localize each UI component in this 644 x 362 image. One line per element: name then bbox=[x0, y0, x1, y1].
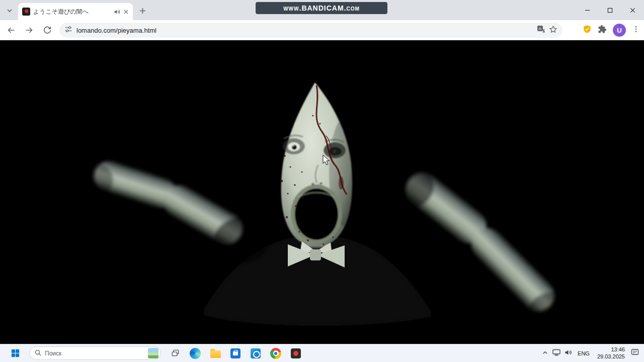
network-icon[interactable] bbox=[552, 349, 560, 358]
mouse-cursor bbox=[323, 155, 331, 166]
outlook-icon[interactable] bbox=[246, 345, 266, 361]
profile-avatar[interactable]: U bbox=[613, 24, 626, 37]
extensions-puzzle-icon[interactable] bbox=[598, 25, 607, 36]
reload-icon[interactable] bbox=[40, 23, 54, 37]
task-view-icon[interactable] bbox=[165, 345, 185, 361]
edge-icon[interactable] bbox=[185, 345, 205, 361]
clock-time: 13:46 bbox=[611, 346, 625, 353]
file-explorer-icon[interactable] bbox=[205, 345, 225, 361]
site-info-icon[interactable] bbox=[64, 25, 72, 35]
browser-tab[interactable]: ようこそ遊びの闇へ bbox=[18, 3, 133, 20]
window-minimize-icon[interactable] bbox=[576, 0, 599, 20]
tab-audio-speaker-icon[interactable] bbox=[114, 9, 120, 15]
tab-title: ようこそ遊びの闇へ bbox=[33, 8, 111, 16]
browser-toolbar: lomando.com/pieyama.html A U bbox=[0, 20, 644, 40]
new-tab-button[interactable] bbox=[137, 5, 148, 16]
search-icon bbox=[35, 349, 41, 358]
tab-favicon-icon bbox=[22, 8, 30, 16]
figure-left-arm bbox=[73, 157, 269, 263]
address-bar[interactable]: lomando.com/pieyama.html A bbox=[59, 23, 562, 38]
search-highlight-image[interactable] bbox=[148, 348, 158, 358]
bookmark-star-icon[interactable] bbox=[549, 25, 557, 36]
tab-search-chevron-icon[interactable] bbox=[4, 5, 15, 16]
page-content[interactable] bbox=[0, 40, 644, 344]
start-button-icon[interactable] bbox=[5, 345, 25, 361]
notification-center-icon[interactable] bbox=[631, 348, 639, 358]
search-input[interactable] bbox=[45, 350, 144, 357]
svg-text:A: A bbox=[538, 26, 541, 31]
ms-store-icon[interactable] bbox=[225, 345, 246, 361]
window-close-icon[interactable] bbox=[621, 0, 644, 20]
adblock-shield-icon[interactable] bbox=[583, 25, 592, 36]
window-maximize-icon[interactable] bbox=[599, 0, 621, 20]
system-tray: ENG 13:46 29.03.2025 bbox=[542, 346, 641, 360]
tray-chevron-up-icon[interactable] bbox=[542, 349, 548, 358]
bandicam-icon[interactable] bbox=[286, 345, 306, 361]
toolbar-right-icons: U bbox=[583, 24, 640, 37]
clock[interactable]: 13:46 29.03.2025 bbox=[595, 346, 627, 360]
url-text[interactable]: lomando.com/pieyama.html bbox=[76, 27, 533, 34]
horror-figure-artwork bbox=[0, 40, 644, 344]
clock-date: 29.03.2025 bbox=[597, 353, 625, 360]
forward-icon[interactable] bbox=[22, 23, 36, 37]
bandicam-watermark-text: www.BANDICAM.com bbox=[283, 4, 360, 12]
back-icon[interactable] bbox=[4, 23, 18, 37]
volume-icon[interactable] bbox=[565, 349, 572, 358]
windows-taskbar: ENG 13:46 29.03.2025 bbox=[0, 344, 644, 362]
chrome-icon[interactable] bbox=[266, 345, 286, 361]
language-indicator[interactable]: ENG bbox=[576, 350, 591, 356]
bandicam-watermark: www.BANDICAM.com bbox=[256, 2, 387, 14]
window-controls bbox=[576, 0, 644, 20]
kebab-menu-icon[interactable] bbox=[632, 25, 640, 35]
taskbar-search[interactable] bbox=[29, 346, 161, 360]
translate-icon[interactable]: A bbox=[537, 25, 545, 35]
tab-close-icon[interactable] bbox=[123, 9, 129, 15]
